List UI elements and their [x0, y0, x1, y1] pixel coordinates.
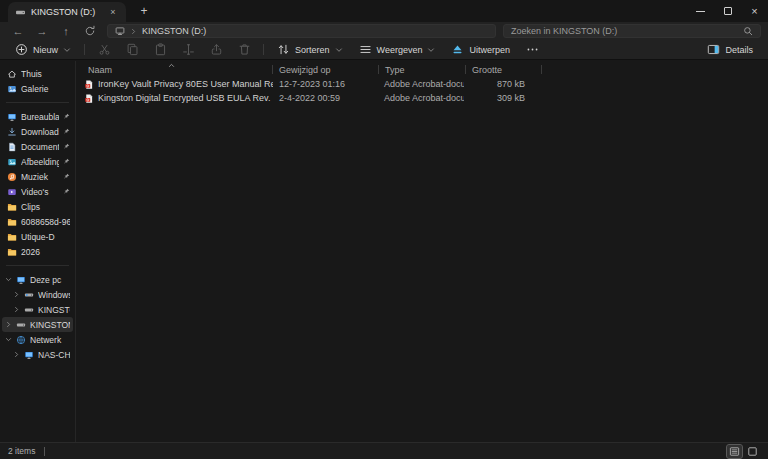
file-row[interactable]: IronKey Vault Privacy 80ES User Manual R… [76, 77, 768, 91]
documents-icon [7, 142, 17, 152]
minimize-icon [696, 11, 705, 12]
forward-button[interactable]: → [31, 23, 53, 39]
sidebar-item-videos[interactable]: Video's [2, 184, 73, 199]
toolbar-separator [263, 44, 264, 55]
sidebar-item-label: Utique-D [21, 232, 70, 242]
sidebar-item-label: Galerie [21, 84, 70, 94]
copy-icon [126, 43, 139, 56]
sidebar-item-label: Windows (C:) [38, 290, 70, 300]
sidebar-item-documenten[interactable]: Documenten [2, 139, 73, 154]
drive-icon [24, 305, 34, 315]
breadcrumb[interactable]: KINGSTON (D:) [142, 26, 206, 36]
sidebar-item-galerie[interactable]: Galerie [2, 81, 73, 96]
desktop-icon [7, 112, 17, 122]
rename-button[interactable] [175, 41, 201, 58]
sidebar-item-kingston-d-selected[interactable]: KINGSTON (D:) [2, 317, 73, 332]
computer-icon [115, 26, 125, 36]
window-controls: × [687, 0, 768, 22]
chevron-right-icon [13, 306, 20, 313]
maximize-button[interactable] [714, 0, 741, 22]
sidebar-item-bureaublad[interactable]: Bureaublad [2, 109, 73, 124]
close-button[interactable]: × [741, 0, 768, 22]
sidebar-item-label: Clips [21, 202, 70, 212]
chevron-down-icon [335, 46, 343, 54]
eject-button-label: Uitwerpen [469, 45, 510, 55]
network-icon [16, 335, 26, 345]
sidebar-item-downloads[interactable]: Downloads [2, 124, 73, 139]
chevron-down-icon [427, 46, 435, 54]
eject-icon [451, 43, 464, 56]
column-separator[interactable] [541, 65, 542, 74]
sidebar-item-clips[interactable]: Clips [2, 199, 73, 214]
pin-icon [63, 143, 70, 150]
column-header-type[interactable]: Type [379, 62, 465, 77]
chevron-right-icon [130, 28, 137, 35]
view-button[interactable]: Weergeven [352, 41, 443, 58]
sidebar-item-nas-chit[interactable]: NAS-CHIT [2, 347, 73, 362]
column-header-modified[interactable]: Gewijzigd op [273, 62, 378, 77]
up-button[interactable]: ↑ [55, 23, 77, 39]
status-separator [44, 447, 45, 456]
rename-icon [182, 43, 195, 56]
copy-button[interactable] [119, 41, 145, 58]
maximize-icon [724, 7, 732, 15]
details-button[interactable]: Details [700, 41, 760, 58]
share-button[interactable] [203, 41, 229, 58]
refresh-button[interactable] [79, 23, 101, 39]
chevron-down-icon [5, 336, 12, 343]
file-type: Adobe Acrobat-document [378, 93, 464, 103]
navigation-pane: Thuis Galerie Bureaublad Downloads Docum… [0, 61, 76, 442]
cut-button[interactable] [91, 41, 117, 58]
sidebar-item-label: KINGSTON (D:) [38, 305, 70, 315]
refresh-icon [84, 25, 96, 37]
sidebar-item-utique-d[interactable]: Utique-D [2, 229, 73, 244]
details-panel-icon [707, 43, 720, 56]
delete-button[interactable] [231, 41, 257, 58]
sidebar-item-kingston-d-child[interactable]: KINGSTON (D:) [2, 302, 73, 317]
chevron-down-icon [63, 46, 71, 54]
sort-ascending-icon [168, 62, 175, 69]
paste-button[interactable] [147, 41, 173, 58]
search-input[interactable] [511, 26, 738, 36]
sort-button-label: Sorteren [295, 45, 330, 55]
large-icons-view-button[interactable] [745, 445, 760, 458]
paste-icon [154, 43, 167, 56]
sidebar-item-netwerk[interactable]: Netwerk [2, 332, 73, 347]
column-header-size[interactable]: Grootte [466, 62, 541, 77]
pdf-icon [84, 79, 94, 90]
sort-button[interactable]: Sorteren [270, 41, 350, 58]
cut-icon [98, 43, 111, 56]
sidebar-item-windows-c[interactable]: Windows (C:) [2, 287, 73, 302]
file-list: Naam Gewijzigd op Type Grootte IronKey V… [76, 61, 768, 442]
sidebar-item-afbeeldingen[interactable]: Afbeeldingen [2, 154, 73, 169]
view-icon [359, 43, 372, 56]
file-name: IronKey Vault Privacy 80ES User Manual R… [98, 79, 273, 89]
sidebar-item-deze-pc[interactable]: Deze pc [2, 272, 73, 287]
toolbar-separator [84, 44, 85, 55]
pin-icon [63, 158, 70, 165]
status-item-count: 2 items [8, 446, 35, 456]
sidebar-item-guid-folder[interactable]: 6088658d-9655-43e [2, 214, 73, 229]
eject-button[interactable]: Uitwerpen [444, 41, 517, 58]
back-button[interactable]: ← [7, 23, 29, 39]
file-row[interactable]: Kingston Digital Encrypted USB EULA Rev.… [76, 91, 768, 105]
sidebar-item-muziek[interactable]: Muziek [2, 169, 73, 184]
new-button[interactable]: Nieuw [8, 41, 78, 58]
sort-icon [277, 43, 290, 56]
pin-icon [63, 173, 70, 180]
minimize-button[interactable] [687, 0, 714, 22]
sidebar-item-thuis[interactable]: Thuis [2, 66, 73, 81]
address-bar[interactable]: KINGSTON (D:) [107, 24, 496, 38]
search-box[interactable] [503, 24, 761, 38]
details-view-button[interactable] [727, 445, 742, 458]
pin-icon [63, 188, 70, 195]
explorer-tab[interactable]: KINGSTON (D:) × [8, 2, 126, 22]
more-options-button[interactable] [519, 41, 546, 58]
sidebar-item-label: 2026 [21, 247, 70, 257]
sidebar-item-label: NAS-CHIT [38, 350, 70, 360]
details-view-icon [729, 446, 740, 457]
new-tab-button[interactable]: + [136, 4, 152, 18]
folder-icon [7, 202, 17, 212]
tab-close-button[interactable]: × [107, 7, 119, 17]
sidebar-item-2026[interactable]: 2026 [2, 244, 73, 259]
